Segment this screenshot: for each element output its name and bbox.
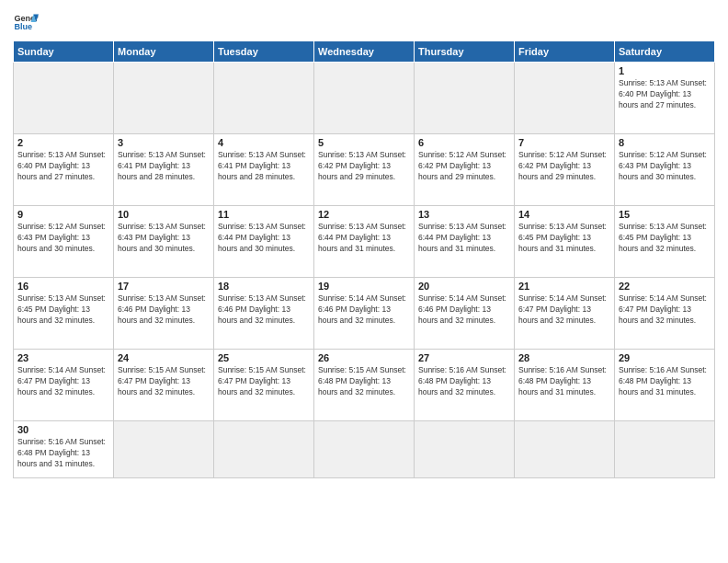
calendar-cell [214, 63, 314, 134]
calendar-cell [14, 63, 114, 134]
header-saturday: Saturday [615, 41, 715, 63]
day-number: 7 [518, 137, 610, 148]
header-monday: Monday [114, 41, 214, 63]
header-sunday: Sunday [14, 41, 114, 63]
day-info: Sunrise: 5:12 AM Sunset: 6:43 PM Dayligh… [619, 150, 711, 183]
calendar-cell [415, 63, 515, 134]
day-number: 14 [518, 209, 610, 220]
day-number: 13 [418, 209, 510, 220]
weekday-header-row: Sunday Monday Tuesday Wednesday Thursday… [14, 41, 715, 63]
header-friday: Friday [515, 41, 615, 63]
day-number: 4 [218, 137, 310, 148]
day-info: Sunrise: 5:12 AM Sunset: 6:43 PM Dayligh… [17, 222, 109, 255]
day-info: Sunrise: 5:15 AM Sunset: 6:47 PM Dayligh… [118, 365, 210, 398]
day-info: Sunrise: 5:13 AM Sunset: 6:40 PM Dayligh… [17, 150, 109, 183]
day-number: 22 [619, 281, 711, 292]
header-tuesday: Tuesday [214, 41, 314, 63]
calendar-cell: 8Sunrise: 5:12 AM Sunset: 6:43 PM Daylig… [615, 134, 715, 206]
page: General Blue Sunday Monday Tuesday Wedne… [0, 0, 728, 563]
calendar-cell: 29Sunrise: 5:16 AM Sunset: 6:48 PM Dayli… [615, 350, 715, 421]
calendar-cell [615, 421, 715, 478]
day-info: Sunrise: 5:13 AM Sunset: 6:46 PM Dayligh… [118, 293, 210, 327]
day-number: 20 [418, 281, 510, 292]
day-number: 21 [518, 281, 610, 292]
calendar-cell: 1Sunrise: 5:13 AM Sunset: 6:40 PM Daylig… [615, 63, 715, 134]
day-info: Sunrise: 5:12 AM Sunset: 6:42 PM Dayligh… [418, 150, 510, 183]
calendar-cell: 22Sunrise: 5:14 AM Sunset: 6:47 PM Dayli… [615, 278, 715, 350]
day-info: Sunrise: 5:16 AM Sunset: 6:48 PM Dayligh… [418, 365, 510, 398]
day-number: 11 [218, 209, 310, 220]
day-info: Sunrise: 5:13 AM Sunset: 6:43 PM Dayligh… [118, 222, 210, 255]
header-area: General Blue [13, 9, 715, 35]
day-info: Sunrise: 5:13 AM Sunset: 6:45 PM Dayligh… [518, 222, 610, 255]
calendar-cell: 12Sunrise: 5:13 AM Sunset: 6:44 PM Dayli… [314, 206, 415, 278]
calendar-cell: 17Sunrise: 5:13 AM Sunset: 6:46 PM Dayli… [114, 278, 214, 350]
calendar-cell: 19Sunrise: 5:14 AM Sunset: 6:46 PM Dayli… [314, 278, 415, 350]
calendar-cell: 26Sunrise: 5:15 AM Sunset: 6:48 PM Dayli… [314, 350, 415, 421]
day-info: Sunrise: 5:13 AM Sunset: 6:42 PM Dayligh… [318, 150, 410, 183]
day-number: 8 [619, 137, 711, 148]
day-info: Sunrise: 5:12 AM Sunset: 6:42 PM Dayligh… [518, 150, 610, 183]
day-info: Sunrise: 5:15 AM Sunset: 6:48 PM Dayligh… [318, 365, 410, 398]
day-number: 23 [17, 352, 109, 363]
day-info: Sunrise: 5:15 AM Sunset: 6:47 PM Dayligh… [218, 365, 310, 398]
day-info: Sunrise: 5:13 AM Sunset: 6:45 PM Dayligh… [17, 293, 109, 327]
day-info: Sunrise: 5:14 AM Sunset: 6:47 PM Dayligh… [518, 293, 610, 327]
calendar-cell: 14Sunrise: 5:13 AM Sunset: 6:45 PM Dayli… [515, 206, 615, 278]
calendar-cell [114, 63, 214, 134]
calendar-cell [415, 421, 515, 478]
calendar-cell: 5Sunrise: 5:13 AM Sunset: 6:42 PM Daylig… [314, 134, 415, 206]
day-info: Sunrise: 5:13 AM Sunset: 6:44 PM Dayligh… [218, 222, 310, 255]
svg-text:Blue: Blue [14, 22, 32, 31]
day-info: Sunrise: 5:13 AM Sunset: 6:45 PM Dayligh… [619, 222, 711, 255]
calendar-cell: 23Sunrise: 5:14 AM Sunset: 6:47 PM Dayli… [14, 350, 114, 421]
calendar-cell: 3Sunrise: 5:13 AM Sunset: 6:41 PM Daylig… [114, 134, 214, 206]
day-number: 3 [118, 137, 210, 148]
calendar-cell: 27Sunrise: 5:16 AM Sunset: 6:48 PM Dayli… [415, 350, 515, 421]
calendar-cell: 18Sunrise: 5:13 AM Sunset: 6:46 PM Dayli… [214, 278, 314, 350]
day-info: Sunrise: 5:13 AM Sunset: 6:41 PM Dayligh… [118, 150, 210, 183]
day-info: Sunrise: 5:13 AM Sunset: 6:46 PM Dayligh… [218, 293, 310, 327]
day-info: Sunrise: 5:16 AM Sunset: 6:48 PM Dayligh… [17, 437, 109, 470]
calendar-cell: 21Sunrise: 5:14 AM Sunset: 6:47 PM Dayli… [515, 278, 615, 350]
calendar-cell [515, 421, 615, 478]
calendar-cell: 10Sunrise: 5:13 AM Sunset: 6:43 PM Dayli… [114, 206, 214, 278]
day-info: Sunrise: 5:13 AM Sunset: 6:44 PM Dayligh… [418, 222, 510, 255]
calendar-cell: 2Sunrise: 5:13 AM Sunset: 6:40 PM Daylig… [14, 134, 114, 206]
calendar-cell: 20Sunrise: 5:14 AM Sunset: 6:46 PM Dayli… [415, 278, 515, 350]
day-info: Sunrise: 5:14 AM Sunset: 6:46 PM Dayligh… [318, 293, 410, 327]
day-number: 30 [17, 424, 109, 435]
calendar-cell: 6Sunrise: 5:12 AM Sunset: 6:42 PM Daylig… [415, 134, 515, 206]
calendar-row: 23Sunrise: 5:14 AM Sunset: 6:47 PM Dayli… [14, 350, 715, 421]
generalblue-logo-icon: General Blue [13, 9, 39, 35]
calendar-cell: 13Sunrise: 5:13 AM Sunset: 6:44 PM Dayli… [415, 206, 515, 278]
header-thursday: Thursday [415, 41, 515, 63]
calendar-cell: 30Sunrise: 5:16 AM Sunset: 6:48 PM Dayli… [14, 421, 114, 478]
day-number: 27 [418, 352, 510, 363]
calendar-row: 1Sunrise: 5:13 AM Sunset: 6:40 PM Daylig… [14, 63, 715, 134]
day-number: 2 [17, 137, 109, 148]
calendar-cell [214, 421, 314, 478]
calendar-cell [314, 421, 415, 478]
calendar-cell: 16Sunrise: 5:13 AM Sunset: 6:45 PM Dayli… [14, 278, 114, 350]
calendar-cell: 15Sunrise: 5:13 AM Sunset: 6:45 PM Dayli… [615, 206, 715, 278]
day-number: 16 [17, 281, 109, 292]
day-info: Sunrise: 5:14 AM Sunset: 6:47 PM Dayligh… [17, 365, 109, 398]
day-info: Sunrise: 5:16 AM Sunset: 6:48 PM Dayligh… [619, 365, 711, 398]
calendar-cell: 25Sunrise: 5:15 AM Sunset: 6:47 PM Dayli… [214, 350, 314, 421]
calendar-cell: 7Sunrise: 5:12 AM Sunset: 6:42 PM Daylig… [515, 134, 615, 206]
day-number: 18 [218, 281, 310, 292]
day-info: Sunrise: 5:13 AM Sunset: 6:40 PM Dayligh… [619, 78, 711, 111]
calendar-row: 30Sunrise: 5:16 AM Sunset: 6:48 PM Dayli… [14, 421, 715, 478]
day-number: 28 [518, 352, 610, 363]
calendar-cell: 24Sunrise: 5:15 AM Sunset: 6:47 PM Dayli… [114, 350, 214, 421]
calendar-row: 9Sunrise: 5:12 AM Sunset: 6:43 PM Daylig… [14, 206, 715, 278]
day-number: 25 [218, 352, 310, 363]
calendar-cell: 4Sunrise: 5:13 AM Sunset: 6:41 PM Daylig… [214, 134, 314, 206]
calendar-cell: 28Sunrise: 5:16 AM Sunset: 6:48 PM Dayli… [515, 350, 615, 421]
day-number: 10 [118, 209, 210, 220]
day-info: Sunrise: 5:14 AM Sunset: 6:47 PM Dayligh… [619, 293, 711, 327]
day-info: Sunrise: 5:13 AM Sunset: 6:44 PM Dayligh… [318, 222, 410, 255]
day-number: 15 [619, 209, 711, 220]
calendar-row: 16Sunrise: 5:13 AM Sunset: 6:45 PM Dayli… [14, 278, 715, 350]
